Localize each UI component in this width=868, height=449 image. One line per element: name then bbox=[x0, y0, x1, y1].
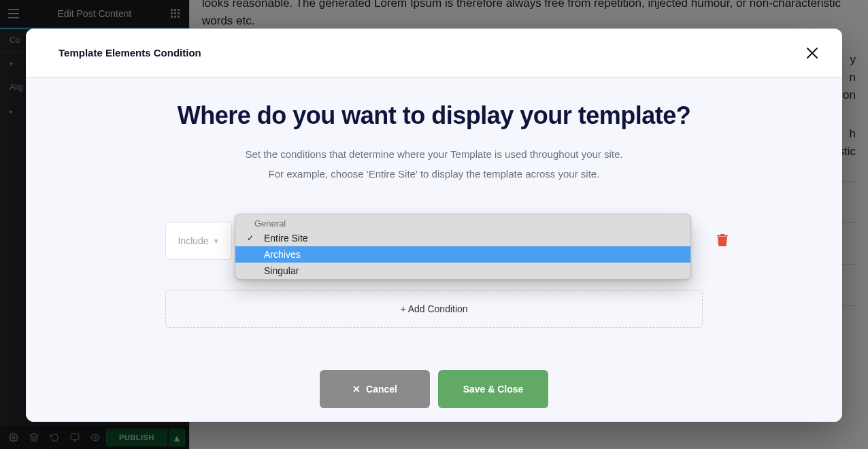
dropdown-option-entire-site[interactable]: ✓ Entire Site bbox=[235, 230, 690, 246]
close-icon[interactable] bbox=[803, 44, 822, 63]
modal-subtitle: Set the conditions that determine where … bbox=[26, 145, 842, 184]
svg-rect-16 bbox=[720, 234, 724, 235]
close-icon: ✕ bbox=[352, 384, 361, 395]
conditions-container: Include ▼ General ✓ Entire Site Archives bbox=[165, 222, 703, 328]
modal-heading: Where do you want to display your templa… bbox=[26, 101, 842, 130]
location-dropdown[interactable]: General ✓ Entire Site Archives Singular bbox=[235, 214, 691, 280]
modal-body: Where do you want to display your templa… bbox=[26, 78, 842, 422]
cancel-button[interactable]: ✕ Cancel bbox=[320, 370, 430, 408]
conditions-modal: Template Elements Condition Where do you… bbox=[26, 29, 842, 422]
check-icon: ✓ bbox=[245, 233, 256, 243]
include-select[interactable]: Include ▼ bbox=[165, 222, 232, 260]
modal-title: Template Elements Condition bbox=[59, 47, 201, 59]
condition-row: Include ▼ General ✓ Entire Site Archives bbox=[165, 222, 703, 260]
add-condition-button[interactable]: + Add Condition bbox=[165, 290, 703, 328]
dropdown-option-archives[interactable]: Archives bbox=[235, 246, 690, 263]
modal-header: Template Elements Condition bbox=[26, 29, 842, 78]
modal-overlay: Template Elements Condition Where do you… bbox=[0, 0, 868, 449]
dropdown-group-label: General bbox=[235, 214, 690, 230]
save-button[interactable]: Save & Close bbox=[438, 370, 548, 408]
dropdown-option-singular[interactable]: Singular bbox=[235, 263, 690, 279]
chevron-down-icon: ▼ bbox=[213, 237, 220, 245]
delete-icon[interactable] bbox=[714, 231, 731, 249]
modal-actions: ✕ Cancel Save & Close bbox=[26, 370, 842, 408]
